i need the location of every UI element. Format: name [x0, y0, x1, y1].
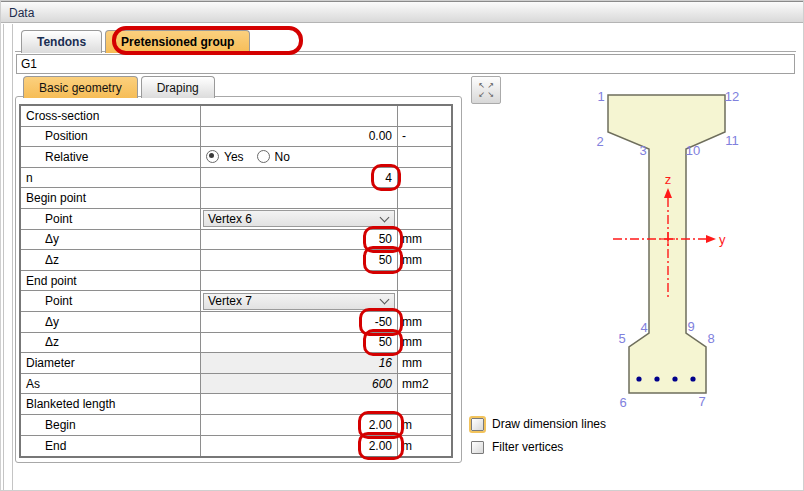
row-value: Vertex 6 — [201, 209, 398, 229]
row-unit: m — [398, 415, 451, 435]
table-row-n: n 4 — [21, 168, 451, 189]
row-unit: m — [398, 436, 451, 457]
row-label: Δz — [21, 250, 201, 270]
tab-tendons[interactable]: Tendons — [21, 30, 102, 53]
row-unit — [398, 168, 451, 188]
row-label: End point — [21, 271, 201, 291]
geometry-sub-tabs: Basic geometry Draping — [23, 76, 215, 98]
table-row-begin-dz: Δz 50 mm — [21, 250, 451, 271]
n-field[interactable]: 4 — [201, 168, 398, 188]
row-unit — [398, 271, 451, 291]
vertex-label: 11 — [725, 133, 739, 148]
begin-point-dropdown[interactable]: Vertex 6 — [203, 210, 395, 227]
begin-dz-field[interactable]: 50 — [201, 250, 398, 270]
strand-dot — [636, 376, 641, 381]
tab-basic-geometry[interactable]: Basic geometry — [23, 76, 138, 98]
vertex-label: 2 — [596, 134, 603, 149]
row-label: Δz — [21, 333, 201, 353]
main-tabs: Tendons Pretensioned group — [21, 30, 250, 53]
table-row-end-dy: Δy -50 mm — [21, 312, 451, 333]
checkbox-draw-dimension-lines[interactable] — [471, 418, 484, 431]
blanketed-begin-field[interactable]: 2.00 — [201, 415, 398, 435]
row-unit — [398, 209, 451, 229]
checkbox-filter-vertices[interactable] — [471, 441, 484, 454]
end-point-dropdown[interactable]: Vertex 7 — [203, 293, 395, 310]
row-unit — [398, 147, 451, 167]
strand-dot — [654, 376, 659, 381]
row-value — [201, 271, 398, 291]
table-row-as: As 600 mm2 — [21, 374, 451, 395]
radio-yes[interactable] — [206, 150, 219, 163]
diameter-field: 16 — [201, 353, 398, 373]
row-unit — [398, 394, 451, 414]
row-label: Blanketed length — [21, 394, 201, 414]
row-unit: mm — [398, 250, 451, 270]
window-title: Data — [9, 6, 34, 20]
vertex-label: 9 — [687, 319, 694, 334]
row-label: Cross-section — [21, 106, 201, 126]
row-unit: mm — [398, 353, 451, 373]
row-label: Begin — [21, 415, 201, 435]
expand-button[interactable]: ↖↗↙↘ — [471, 76, 501, 104]
window-titlebar: Data — [1, 1, 803, 23]
table-row-begin-point: Begin point — [21, 188, 451, 209]
end-dy-field[interactable]: -50 — [201, 312, 398, 332]
row-unit: mm — [398, 312, 451, 332]
row-value — [201, 106, 398, 126]
row-unit: mm — [398, 230, 451, 250]
row-label: Begin point — [21, 188, 201, 208]
table-row-end-point-vertex: Point Vertex 7 — [21, 291, 451, 312]
row-unit: mm — [398, 333, 451, 353]
row-label: Point — [21, 209, 201, 229]
tab-pretensioned-group[interactable]: Pretensioned group — [105, 30, 250, 53]
table-row-begin-point-vertex: Point Vertex 6 — [21, 209, 451, 230]
row-unit — [398, 291, 451, 311]
table-row-diameter: Diameter 16 mm — [21, 353, 451, 374]
diagram-options: Draw dimension lines Filter vertices — [471, 417, 606, 463]
blanketed-end-field[interactable]: 2.00 — [201, 436, 398, 457]
panel-divider — [12, 24, 13, 490]
radio-no-label: No — [275, 150, 290, 164]
radio-yes-label: Yes — [224, 150, 244, 164]
row-value — [201, 188, 398, 208]
as-field: 600 — [201, 374, 398, 394]
vertex-label: 5 — [618, 331, 625, 346]
vertex-label: 3 — [639, 143, 646, 158]
strand-dot — [690, 376, 695, 381]
axis-y-arrow-icon — [706, 235, 716, 243]
panel-divider — [3, 24, 4, 490]
row-label: Diameter — [21, 353, 201, 373]
vertex-label: 1 — [597, 89, 604, 104]
row-label: Relative — [21, 147, 201, 167]
table-row-position: Position 0.00 - — [21, 127, 451, 148]
cross-section-diagram: z y 1 2 3 4 5 6 7 8 9 10 11 12 — [556, 81, 804, 421]
axis-y-label: y — [719, 232, 726, 247]
property-table: Cross-section Position 0.00 - Relative Y… — [19, 104, 453, 458]
tab-draping[interactable]: Draping — [141, 76, 215, 98]
row-unit — [398, 106, 451, 126]
group-name-input[interactable] — [16, 54, 795, 74]
table-row-relative: Relative Yes No — [21, 147, 451, 168]
axis-z-label: z — [665, 172, 672, 187]
option-filter-vertices: Filter vertices — [471, 440, 606, 454]
table-row-blanketed-end: End 2.00 m — [21, 436, 451, 457]
chevron-down-icon — [380, 212, 390, 222]
table-row-end-point: End point — [21, 271, 451, 292]
table-row-blanketed-length: Blanketed length — [21, 394, 451, 415]
row-unit: mm2 — [398, 374, 451, 394]
row-label: Point — [21, 291, 201, 311]
relative-radio-group: Yes No — [201, 147, 398, 167]
option-draw-dimension-lines: Draw dimension lines — [471, 417, 606, 431]
radio-no[interactable] — [257, 150, 270, 163]
row-unit — [398, 188, 451, 208]
end-dz-field[interactable]: 50 — [201, 333, 398, 353]
row-label: As — [21, 374, 201, 394]
row-label: Position — [21, 127, 201, 147]
table-row-end-dz: Δz 50 mm — [21, 333, 451, 354]
begin-dy-field[interactable]: 50 — [201, 230, 398, 250]
row-label: n — [21, 168, 201, 188]
table-row-cross-section: Cross-section — [21, 106, 451, 127]
data-dialog: Data Tendons Pretensioned group Basic ge… — [0, 0, 804, 491]
position-field[interactable]: 0.00 — [201, 127, 398, 147]
table-row-begin-dy: Δy 50 mm — [21, 230, 451, 251]
